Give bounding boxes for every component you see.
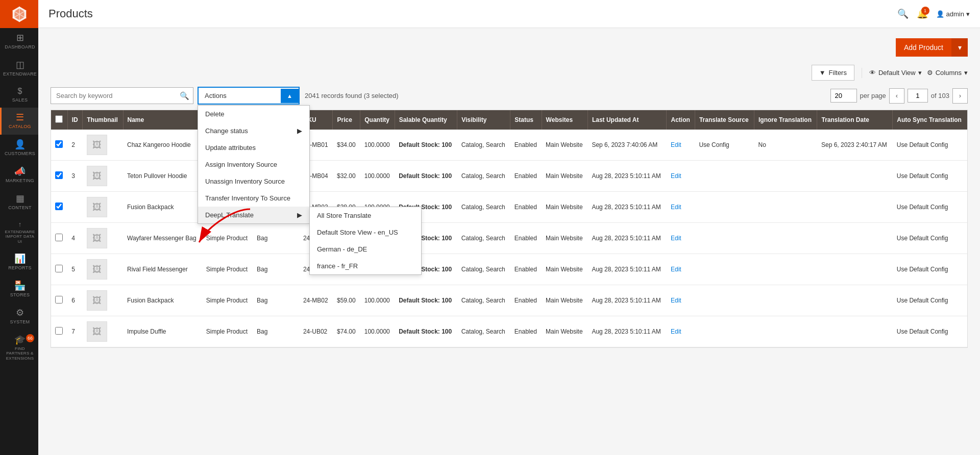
edit-link[interactable]: Edit <box>671 235 681 242</box>
per-page-label: per page <box>860 92 886 99</box>
row-name: Teton Pullover Hoodie <box>123 161 202 192</box>
row-ignore <box>754 161 817 192</box>
row-attr-set: Bag <box>253 316 299 347</box>
row-checkbox[interactable] <box>55 140 63 148</box>
sidebar-item-stores[interactable]: 🏪 STORES <box>0 276 38 303</box>
action-transfer-inventory[interactable]: Transfer Inventory To Source <box>198 190 309 207</box>
row-auto-sync: Use Default Config <box>893 254 967 285</box>
submenu-all-store[interactable]: All Store Translate <box>310 207 421 224</box>
sidebar-item-marketing[interactable]: 📣 MARKETING <box>0 162 38 189</box>
row-type: Simple Product <box>202 223 253 254</box>
row-price: $34.00 <box>333 130 360 161</box>
action-unassign-inventory[interactable]: Unassign Inventory Source <box>198 173 309 190</box>
col-price: Price <box>333 110 360 130</box>
row-id: 5 <box>67 254 83 285</box>
action-deepl-translate[interactable]: DeepL Translate ▶ All Store Translate De… <box>198 207 309 223</box>
sidebar-item-label: FIND PARTNERS & EXTENSIONS <box>4 346 36 361</box>
page-prev-btn[interactable]: ‹ <box>889 88 904 104</box>
row-websites: Main Website <box>542 130 587 161</box>
action-change-status[interactable]: Change status ▶ <box>198 122 309 139</box>
gear-icon: ⚙ <box>927 69 933 77</box>
row-action-cell: Edit <box>667 192 695 223</box>
row-translate-source: Use Config <box>695 130 754 161</box>
table-row: 6 🖼 Fusion Backpack Simple Product Bag 2… <box>51 285 967 316</box>
edit-link[interactable]: Edit <box>671 204 681 211</box>
edit-link[interactable]: Edit <box>671 141 681 148</box>
row-translation-date <box>817 316 893 347</box>
row-checkbox[interactable] <box>55 265 63 272</box>
submenu-german[interactable]: German - de_DE <box>310 241 421 258</box>
marketing-icon: 📣 <box>14 167 26 176</box>
default-view-btn[interactable]: 👁 Default View ▾ <box>869 69 922 77</box>
sidebar-item-content[interactable]: ▦ CONTENT <box>0 189 38 216</box>
row-visibility: Catalog, Search <box>457 254 510 285</box>
edit-link[interactable]: Edit <box>671 328 681 335</box>
row-last-updated: Aug 28, 2023 5:10:11 AM <box>587 316 667 347</box>
row-translate-source <box>695 285 754 316</box>
select-all-checkbox[interactable] <box>55 115 63 123</box>
col-websites: Websites <box>542 110 587 130</box>
submenu-default-store[interactable]: Default Store View - en_US <box>310 224 421 241</box>
action-assign-inventory[interactable]: Assign Inventory Source <box>198 156 309 173</box>
row-translation-date <box>817 254 893 285</box>
sidebar-item-dashboard[interactable]: ⊞ DASHBOARD <box>0 28 38 55</box>
row-translate-source <box>695 223 754 254</box>
action-update-attributes[interactable]: Update attributes <box>198 139 309 156</box>
actions-dropdown-wrap: Actions ▲ Delete Change status ▶ Update … <box>198 87 300 105</box>
row-checkbox-cell <box>51 285 67 316</box>
actions-toggle-btn[interactable]: ▲ <box>281 89 299 103</box>
action-delete[interactable]: Delete <box>198 106 309 122</box>
row-visibility: Catalog, Search <box>457 192 510 223</box>
search-submit-btn[interactable]: 🔍 <box>180 91 189 100</box>
search-bar-row: 🔍 Actions ▲ Delete Change status ▶ <box>51 87 968 105</box>
toolbar-filters: ▼ Filters 👁 Default View ▾ ⚙ Columns ▾ <box>51 65 968 81</box>
sidebar-item-find-partners[interactable]: 🎓 FIND PARTNERS & EXTENSIONS 66 <box>0 330 38 366</box>
per-page-select[interactable]: 20 50 100 <box>830 89 857 103</box>
table-header-row: ID Thumbnail Name Type Attribute Set SKU… <box>51 110 967 130</box>
filters-label: Filters <box>829 69 847 77</box>
row-status: Enabled <box>510 161 542 192</box>
sidebar-item-label: CATALOG <box>9 124 31 130</box>
sidebar-item-sales[interactable]: $ SALES <box>0 82 38 108</box>
add-product-button[interactable]: Add Product <box>896 38 951 57</box>
row-checkbox[interactable] <box>55 203 63 210</box>
sidebar-item-catalog[interactable]: ☰ CATALOG <box>0 108 38 135</box>
row-checkbox[interactable] <box>55 234 63 241</box>
row-quantity: 100.0000 <box>360 285 395 316</box>
sidebar-item-customers[interactable]: 👤 CUSTOMERS <box>0 135 38 162</box>
row-checkbox[interactable] <box>55 171 63 179</box>
submenu-france[interactable]: france - fr_FR <box>310 258 421 274</box>
deepl-submenu: All Store Translate Default Store View -… <box>309 207 422 275</box>
row-thumbnail: 🖼 <box>83 223 123 254</box>
find-partners-icon: 🎓 <box>14 335 26 344</box>
sidebar-item-extendware-import[interactable]: ↑ EXTENDWARE IMPORT DATA UI <box>0 216 38 249</box>
product-thumbnail-img: 🖼 <box>87 197 107 217</box>
row-auto-sync: Use Default Config <box>893 192 967 223</box>
page-number-input[interactable] <box>908 89 928 103</box>
sidebar-item-system[interactable]: ⚙ SYSTEM <box>0 303 38 330</box>
row-auto-sync: Use Default Config <box>893 130 967 161</box>
columns-btn[interactable]: ⚙ Columns ▾ <box>927 69 968 77</box>
sidebar-item-reports[interactable]: 📊 REPORTS <box>0 249 38 276</box>
col-ignore-translation: Ignore Translation <box>754 110 817 130</box>
customers-icon: 👤 <box>14 140 26 149</box>
add-product-dropdown-btn[interactable]: ▾ <box>951 38 968 57</box>
edit-link[interactable]: Edit <box>671 266 681 273</box>
table-row: 🖼 Fusion Backpack Simple Product Bag 24-… <box>51 192 967 223</box>
default-view-label: Default View <box>878 69 916 77</box>
page-next-btn[interactable]: › <box>952 88 968 104</box>
sidebar-item-extendware[interactable]: ◫ EXTENDWARE <box>0 55 38 82</box>
col-auto-sync: Auto Sync Translation <box>893 110 967 130</box>
edit-link[interactable]: Edit <box>671 172 681 180</box>
row-checkbox[interactable] <box>55 327 63 335</box>
logo[interactable] <box>0 0 38 28</box>
row-status: Enabled <box>510 285 542 316</box>
row-price: $74.00 <box>333 316 360 347</box>
row-checkbox[interactable] <box>55 296 63 304</box>
filters-button[interactable]: ▼ Filters <box>812 65 854 81</box>
search-input[interactable] <box>51 87 193 104</box>
edit-link[interactable]: Edit <box>671 297 681 304</box>
row-translate-source <box>695 254 754 285</box>
search-icon-btn[interactable]: 🔍 <box>897 8 909 19</box>
admin-menu-btn[interactable]: 👤 admin ▾ <box>936 10 970 18</box>
